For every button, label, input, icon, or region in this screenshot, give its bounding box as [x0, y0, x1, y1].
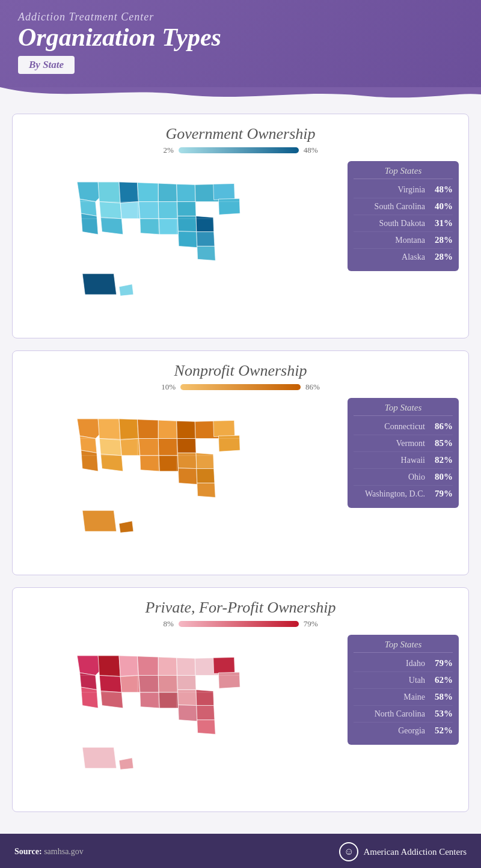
by-state-badge: By State	[18, 56, 75, 74]
private-top-states: Top States Idaho 79% Utah 62% Maine 58% …	[348, 635, 459, 745]
private-min: 8%	[163, 619, 173, 629]
table-row: Ohio 80%	[354, 469, 453, 486]
nonprofit-body: Top States Connecticut 86% Vermont 85% H…	[22, 398, 459, 566]
nonprofit-max: 86%	[305, 382, 320, 392]
private-map	[22, 635, 342, 803]
brand-icon: ☺	[339, 842, 358, 861]
government-body: Top States Virginia 48% South Carolina 4…	[22, 161, 459, 329]
private-title: Private, For-Profit Ownership	[22, 599, 459, 617]
table-row: Washington, D.C. 79%	[354, 486, 453, 502]
table-row: South Dakota 31%	[354, 215, 453, 232]
government-title: Government Ownership	[22, 125, 459, 143]
source-text: Source: samhsa.gov	[14, 847, 84, 857]
private-body: Top States Idaho 79% Utah 62% Maine 58% …	[22, 635, 459, 803]
header-title: Organization Types	[18, 23, 463, 51]
nonprofit-top-states-label: Top States	[354, 403, 453, 416]
wave-decoration	[0, 87, 481, 102]
government-range: 2% 48%	[22, 145, 459, 155]
nonprofit-card: Nonprofit Ownership 10% 86%	[12, 350, 469, 575]
private-top-states-label: Top States	[354, 640, 453, 653]
main-content: Government Ownership 2% 48%	[0, 104, 481, 834]
private-card: Private, For-Profit Ownership 8% 79%	[12, 587, 469, 812]
government-top-states: Top States Virginia 48% South Carolina 4…	[348, 161, 459, 271]
source-value: samhsa.gov	[44, 847, 84, 856]
government-min: 2%	[163, 145, 173, 155]
table-row: Georgia 52%	[354, 723, 453, 739]
table-row: Maine 58%	[354, 689, 453, 706]
government-map	[22, 161, 342, 329]
table-row: South Carolina 40%	[354, 198, 453, 215]
table-row: North Carolina 53%	[354, 706, 453, 723]
page-footer: Source: samhsa.gov ☺ American Addiction …	[0, 834, 481, 868]
table-row: Idaho 79%	[354, 655, 453, 672]
nonprofit-range: 10% 86%	[22, 382, 459, 392]
government-max: 48%	[304, 145, 318, 155]
brand-name: American Addiction Centers	[363, 847, 467, 857]
private-range: 8% 79%	[22, 619, 459, 629]
government-bar	[179, 147, 299, 153]
table-row: Utah 62%	[354, 672, 453, 689]
table-row: Vermont 85%	[354, 435, 453, 452]
private-bar	[179, 621, 299, 627]
table-row: Virginia 48%	[354, 182, 453, 198]
nonprofit-min: 10%	[161, 382, 176, 392]
page-header: Addiction Treatment Center Organization …	[0, 0, 481, 87]
nonprofit-map	[22, 398, 342, 566]
table-row: Hawaii 82%	[354, 452, 453, 469]
nonprofit-title: Nonprofit Ownership	[22, 362, 459, 380]
private-max: 79%	[304, 619, 318, 629]
government-top-states-label: Top States	[354, 166, 453, 179]
table-row: Montana 28%	[354, 232, 453, 249]
nonprofit-bar	[180, 384, 301, 390]
nonprofit-top-states: Top States Connecticut 86% Vermont 85% H…	[348, 398, 459, 508]
brand-area: ☺ American Addiction Centers	[339, 842, 467, 861]
source-label: Source:	[14, 847, 42, 856]
government-card: Government Ownership 2% 48%	[12, 114, 469, 338]
table-row: Alaska 28%	[354, 249, 453, 265]
header-subtitle: Addiction Treatment Center	[18, 11, 463, 23]
table-row: Connecticut 86%	[354, 418, 453, 435]
